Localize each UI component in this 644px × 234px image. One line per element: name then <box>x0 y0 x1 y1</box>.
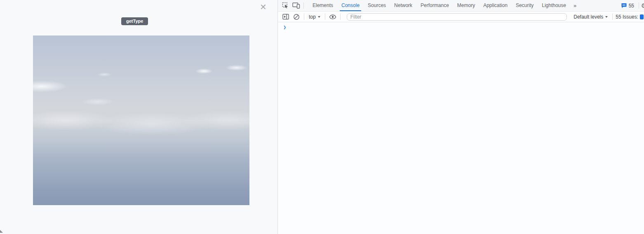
settings-gear-icon[interactable]: ⚙ <box>641 2 644 9</box>
devtools-tabs: ElementsConsoleSourcesNetworkPerformance… <box>308 0 570 11</box>
issues-icon[interactable] <box>640 14 644 19</box>
chevron-down-icon <box>605 16 608 18</box>
toolbar-divider <box>639 2 639 9</box>
page-pane: ✕ getType <box>0 0 278 234</box>
context-selector[interactable]: top <box>306 14 323 20</box>
tab-elements[interactable]: Elements <box>308 0 337 11</box>
log-levels-label: Default levels <box>573 14 603 20</box>
toolbar-divider <box>612 14 613 20</box>
device-toolbar-icon[interactable] <box>291 0 301 11</box>
console-sidebar-icon[interactable] <box>280 12 291 22</box>
log-levels-selector[interactable]: Default levels <box>571 14 610 20</box>
live-expression-eye-icon[interactable] <box>327 12 338 22</box>
toolbar-divider <box>303 2 304 9</box>
toolbar-divider <box>340 14 341 20</box>
inspect-element-icon[interactable] <box>280 0 291 11</box>
toolbar-divider <box>304 14 304 20</box>
devtools-tabbar: ElementsConsoleSourcesNetworkPerformance… <box>278 0 644 12</box>
issues-counter[interactable]: 55 Issues: <box>616 14 638 20</box>
console-prompt-chevron-icon: ❯ <box>283 24 286 30</box>
gettype-button[interactable]: getType <box>121 17 148 25</box>
tab-security[interactable]: Security <box>512 0 538 11</box>
tab-application[interactable]: Application <box>479 0 512 11</box>
tab-lighthouse[interactable]: Lighthouse <box>538 0 570 11</box>
console-output-area[interactable]: ❯ <box>278 22 644 234</box>
console-prompt-row[interactable]: ❯ <box>278 22 644 32</box>
console-messages-icon[interactable] <box>621 3 627 9</box>
console-filter-input[interactable] <box>347 13 567 21</box>
tab-console[interactable]: Console <box>337 0 364 11</box>
more-tabs-icon[interactable]: » <box>570 2 580 9</box>
tab-performance[interactable]: Performance <box>416 0 453 11</box>
sky-preview-image[interactable] <box>33 35 249 205</box>
tab-memory[interactable]: Memory <box>453 0 479 11</box>
chevron-down-icon <box>318 16 320 18</box>
tab-sources[interactable]: Sources <box>364 0 390 11</box>
context-label: top <box>309 14 316 20</box>
browser-viewport: ✕ getType ElementsConsoleSourcesNetworkP… <box>0 0 644 234</box>
clear-console-icon[interactable] <box>291 12 302 22</box>
messages-count: 55 <box>629 3 634 9</box>
tab-network[interactable]: Network <box>390 0 416 11</box>
cursor-artifact <box>0 230 3 233</box>
tabbar-right-group: 55 ⚙ <box>621 2 644 9</box>
toolbar-divider <box>325 14 325 20</box>
console-toolbar: top Default levels 55 Issues: <box>278 12 644 22</box>
close-icon[interactable]: ✕ <box>260 2 267 12</box>
devtools-panel: ElementsConsoleSourcesNetworkPerformance… <box>278 0 644 234</box>
